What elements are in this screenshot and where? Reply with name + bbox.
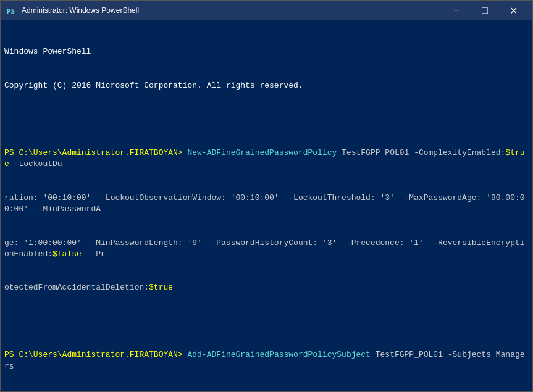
command1-cont1: ration: '00:10:00' -LockoutObservationWi…	[4, 193, 529, 215]
titlebar: PS Administrator: Windows PowerShell − □…	[1, 1, 532, 20]
cmd1-rest: -LockoutDu	[9, 159, 62, 169]
close-button[interactable]: ✕	[499, 1, 527, 20]
terminal-content[interactable]: Windows PowerShell Copyright (C) 2016 Mi…	[1, 20, 532, 391]
header-line2: Copyright (C) 2016 Microsoft Corporation…	[4, 80, 529, 91]
prompt1: PS C:\Users\Administrator.FIRATBOYAN>	[4, 148, 183, 157]
command1-line: PS C:\Users\Administrator.FIRATBOYAN> Ne…	[4, 148, 529, 170]
svg-text:PS: PS	[7, 7, 15, 15]
prompt2: PS C:\Users\Administrator.FIRATBOYAN>	[4, 350, 183, 359]
minimize-button[interactable]: −	[442, 1, 471, 20]
header-line1: Windows PowerShell	[4, 46, 529, 57]
cmd1-args: TestFGPP_POL01 -ComplexityEnabled:	[337, 148, 505, 157]
cmd1-true2: $true	[149, 283, 173, 292]
cmd2-name: Add-ADFineGrainedPasswordPolicySubject	[187, 350, 370, 359]
ps-icon: PS	[6, 4, 18, 17]
window-title: Administrator: Windows PowerShell	[22, 6, 442, 15]
window-controls: − □ ✕	[442, 1, 527, 20]
command1-cont3: otectedFromAccidentalDeletion:$true	[4, 282, 529, 293]
maximize-button[interactable]: □	[471, 1, 499, 20]
cmd1-false: $false	[52, 249, 82, 259]
command1-cont2: ge: '1:00:00:00' -MinPasswordLength: '9'…	[4, 238, 529, 260]
command2-line: PS C:\Users\Administrator.FIRATBOYAN> Ad…	[4, 349, 529, 372]
cmd1-name: New-ADFineGrainedPasswordPolicy	[187, 148, 337, 157]
powershell-window: PS Administrator: Windows PowerShell − □…	[0, 0, 533, 392]
